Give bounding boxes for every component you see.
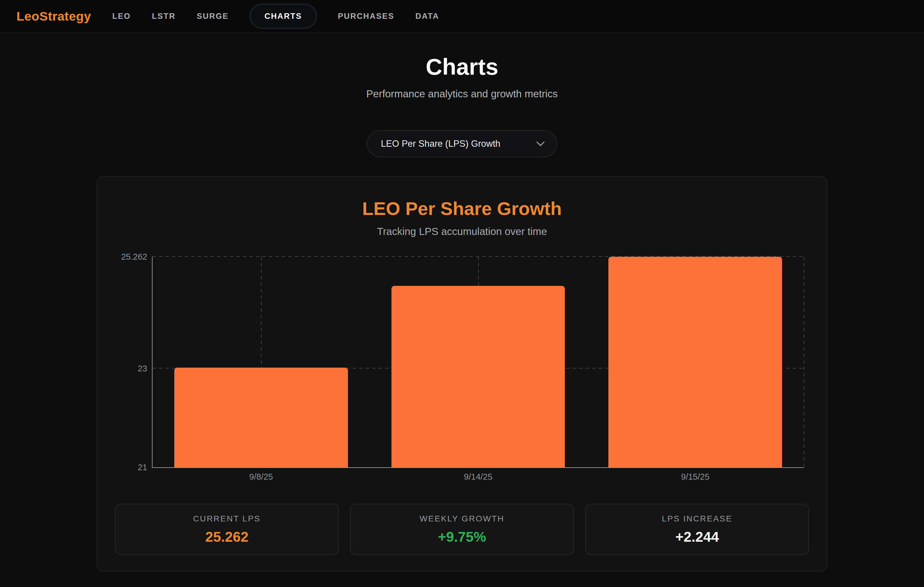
bar-9-14-25[interactable] xyxy=(391,286,565,467)
selector-row: LEO Per Share (LPS) Growth xyxy=(0,130,924,157)
x-axis-tick: 9/15/25 xyxy=(681,472,710,482)
gridline-vertical xyxy=(804,257,804,467)
page-title: Charts xyxy=(0,53,924,80)
y-axis-tick: 23 xyxy=(138,364,147,374)
stat-value: 25.262 xyxy=(205,529,249,545)
bar-9-8-25[interactable] xyxy=(174,368,348,467)
bar-chart-plot-area: 21 23 25.262 9/8/25 9/14/25 9/15/25 xyxy=(152,257,804,468)
nav-item-leo[interactable]: LEO xyxy=(112,12,131,21)
stat-value: +9.75% xyxy=(438,529,486,545)
nav-item-data[interactable]: DATA xyxy=(416,12,439,21)
chevron-down-icon xyxy=(536,141,545,147)
brand-logo[interactable]: LeoStrategy xyxy=(16,9,91,23)
nav-item-lstr[interactable]: LSTR xyxy=(152,12,176,21)
page-header: Charts Performance analytics and growth … xyxy=(0,53,924,100)
stat-value: +2.244 xyxy=(675,529,719,545)
y-axis-tick: 25.262 xyxy=(121,252,147,262)
dropdown-selected-value: LEO Per Share (LPS) Growth xyxy=(381,139,500,149)
stat-label: LPS INCREASE xyxy=(662,514,733,524)
stat-card-weekly-growth: WEEKLY GROWTH +9.75% xyxy=(350,504,574,555)
stat-card-current-lps: CURRENT LPS 25.262 xyxy=(115,504,339,555)
nav-item-charts[interactable]: CHARTS xyxy=(250,4,317,28)
chart-subtitle: Tracking LPS accumulation over time xyxy=(97,226,827,237)
stat-label: CURRENT LPS xyxy=(193,514,261,524)
chart-type-dropdown[interactable]: LEO Per Share (LPS) Growth xyxy=(367,130,557,157)
y-axis-tick: 21 xyxy=(138,463,147,472)
bar-9-15-25[interactable] xyxy=(608,257,782,467)
stat-card-lps-increase: LPS INCREASE +2.244 xyxy=(585,504,809,555)
top-nav: LeoStrategy LEO LSTR SURGE CHARTS PURCHA… xyxy=(0,0,924,33)
x-axis-tick: 9/14/25 xyxy=(464,472,493,482)
x-axis-tick: 9/8/25 xyxy=(249,472,273,482)
stats-row: CURRENT LPS 25.262 WEEKLY GROWTH +9.75% … xyxy=(115,504,809,555)
chart-title: LEO Per Share Growth xyxy=(97,177,827,219)
stat-label: WEEKLY GROWTH xyxy=(420,514,504,524)
page-subtitle: Performance analytics and growth metrics xyxy=(0,88,924,100)
nav-item-purchases[interactable]: PURCHASES xyxy=(338,12,394,21)
nav-item-surge[interactable]: SURGE xyxy=(197,12,229,21)
chart-card: LEO Per Share Growth Tracking LPS accumu… xyxy=(97,176,827,571)
charts-page: LeoStrategy LEO LSTR SURGE CHARTS PURCHA… xyxy=(0,0,924,587)
